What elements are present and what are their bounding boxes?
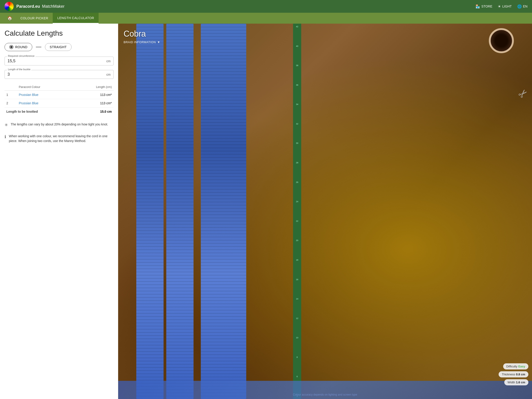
tab-colour-picker[interactable]: COLOUR PICKER	[16, 13, 53, 24]
circumference-input[interactable]	[7, 59, 106, 63]
total-label: Length to be knotted	[5, 108, 75, 116]
circumference-input-row: cm	[7, 59, 111, 63]
info-icon: ℹ	[5, 134, 6, 139]
width-label: Width	[507, 380, 515, 384]
buckle-input-row: cm	[7, 72, 111, 77]
difficulty-badge: Difficulty Easy	[503, 363, 528, 369]
col-colour: Paracord Colour	[17, 83, 75, 91]
left-panel: Calculate Lengths ROUND STRAIGHT Require…	[0, 24, 118, 399]
coffee-cup-decoration	[489, 28, 514, 53]
difficulty-value: Easy	[518, 365, 525, 368]
braid-name-overlay: Cobra	[124, 29, 146, 39]
light-button[interactable]: ☀ LIGHT	[498, 4, 512, 9]
sub-nav: 🏠 COLOUR PICKER LENGTH CALCULATOR	[0, 13, 532, 24]
tab-length-calculator[interactable]: LENGTH CALCULATOR	[53, 13, 99, 24]
ruler-mark: 8	[293, 356, 301, 358]
difficulty-label: Difficulty	[506, 365, 518, 368]
table-row: 2 Prussian Blue 113 cm*	[5, 99, 114, 108]
row-num: 2	[5, 99, 17, 108]
store-icon: 🏪	[475, 4, 480, 9]
ruler-mark: 38	[293, 64, 301, 67]
ruler-mark: 18	[293, 259, 301, 261]
ruler-mark: 40	[293, 45, 301, 47]
ruler-mark: 20	[293, 239, 301, 241]
buckle-length-field: Length of the buckle cm	[5, 70, 114, 79]
width-badge: Width 1.6 cm	[504, 379, 528, 385]
round-button[interactable]: ROUND	[5, 43, 32, 51]
badges-container: Difficulty Easy Thickness 0.8 cm Width 1…	[499, 363, 528, 385]
braid-stripe-1	[136, 24, 164, 399]
ruler-mark: 26	[293, 181, 301, 183]
ruler-mark: 42	[293, 25, 301, 28]
ruler: 4240383634323028262422201816141210864	[293, 24, 301, 399]
total-value: 15.0 cm	[75, 108, 114, 116]
circumference-field: Required circumference cm	[5, 57, 114, 65]
buckle-length-input[interactable]	[7, 72, 106, 77]
lang-button[interactable]: 🌐 EN	[517, 4, 527, 9]
ruler-mark: 36	[293, 84, 301, 86]
thickness-label: Thickness	[502, 373, 515, 376]
circumference-label: Required circumference	[7, 55, 35, 57]
circumference-unit: cm	[106, 59, 111, 63]
note-colour-text: When working with one colour, we recomme…	[9, 134, 114, 143]
braid-image: 4240383634323028262422201816141210864 ✂ …	[118, 24, 532, 399]
ruler-mark: 28	[293, 162, 301, 164]
ruler-mark: 10	[293, 336, 301, 339]
ruler-mark: 22	[293, 220, 301, 222]
braid-stripes	[136, 24, 295, 399]
logo	[5, 2, 14, 11]
rope-decoration	[118, 381, 532, 399]
ruler-mark: 34	[293, 103, 301, 105]
shape-toggle: ROUND STRAIGHT	[5, 43, 114, 51]
buckle-unit: cm	[106, 73, 111, 76]
light-icon: ☀	[498, 4, 501, 9]
store-button[interactable]: 🏪 STORE	[475, 4, 492, 9]
col-num	[5, 83, 17, 91]
round-radio	[9, 45, 13, 49]
row-length: 113 cm*	[75, 91, 114, 99]
braid-stripe-2	[166, 24, 194, 399]
main-layout: Calculate Lengths ROUND STRAIGHT Require…	[0, 24, 532, 399]
braid-stripe-3	[201, 24, 246, 399]
results-table: Paracord Colour Length (cm) 1 Prussian B…	[5, 83, 114, 116]
note-colour: ℹ When working with one colour, we recom…	[5, 133, 114, 144]
home-button[interactable]: 🏠	[4, 13, 16, 24]
width-value: 1.6 cm	[516, 380, 525, 384]
chevron-down-icon: ▼	[157, 40, 160, 44]
note-variance-text: The lengths can vary by about 20% depend…	[11, 122, 108, 127]
row-colour: Prussian Blue	[17, 99, 75, 108]
braid-info-button[interactable]: BRAID INFORMATION ▼	[124, 40, 160, 44]
ruler-mark: 32	[293, 123, 301, 125]
thickness-value: 0.8 cm	[516, 373, 525, 376]
col-length: Length (cm)	[75, 83, 114, 91]
colour-link[interactable]: Prussian Blue	[19, 101, 38, 105]
thickness-badge: Thickness 0.8 cm	[499, 371, 528, 377]
ruler-mark: 24	[293, 200, 301, 203]
ruler-mark: 16	[293, 278, 301, 281]
note-variance: ✳ The lengths can vary by about 20% depe…	[5, 121, 114, 128]
ruler-mark: 12	[293, 317, 301, 319]
globe-icon: 🌐	[517, 4, 522, 9]
table-row: 1 Prussian Blue 113 cm*	[5, 91, 114, 99]
colour-link[interactable]: Prussian Blue	[19, 93, 38, 97]
top-nav-left: Paracord.eu MatchMaker	[5, 2, 64, 11]
row-num: 1	[5, 91, 17, 99]
row-colour: Prussian Blue	[17, 91, 75, 99]
right-panel: 4240383634323028262422201816141210864 ✂ …	[118, 24, 532, 399]
top-nav: Paracord.eu MatchMaker 🏪 STORE ☀ LIGHT 🌐…	[0, 0, 532, 13]
ruler-mark: 6	[293, 375, 301, 378]
site-name: Paracord.eu MatchMaker	[16, 4, 64, 9]
straight-button[interactable]: STRAIGHT	[45, 43, 72, 51]
dash-icon	[36, 47, 41, 47]
asterisk-icon: ✳	[5, 122, 8, 127]
row-length: 113 cm*	[75, 99, 114, 108]
ruler-mark: 30	[293, 142, 301, 144]
ruler-mark: 14	[293, 298, 301, 300]
page-title: Calculate Lengths	[5, 29, 114, 38]
buckle-length-label: Length of the buckle	[7, 68, 31, 71]
top-nav-right: 🏪 STORE ☀ LIGHT 🌐 EN	[475, 4, 527, 9]
total-row: Length to be knotted 15.0 cm	[5, 108, 114, 116]
